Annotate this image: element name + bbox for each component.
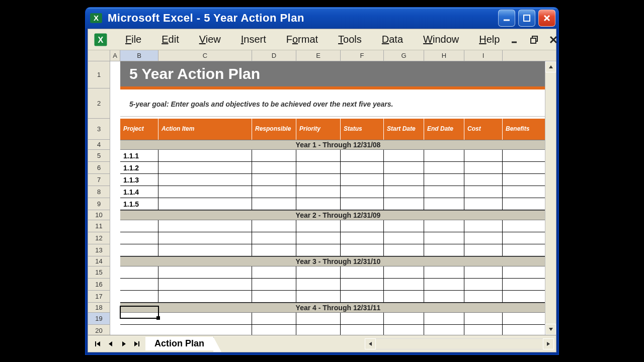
document-icon: X: [93, 32, 108, 47]
tab-nav-prev-button[interactable]: [104, 337, 117, 350]
mdi-close-button[interactable]: [548, 34, 559, 45]
row-header[interactable]: 8: [88, 186, 110, 198]
excel-app-icon: X: [90, 12, 103, 25]
scroll-up-button[interactable]: [545, 61, 556, 72]
svg-marker-21: [369, 342, 372, 346]
scroll-down-button[interactable]: [545, 324, 556, 335]
mdi-restore-button[interactable]: [529, 34, 540, 45]
row-header[interactable]: 12: [88, 232, 110, 244]
row-header[interactable]: 6: [88, 162, 110, 174]
svg-text:X: X: [94, 14, 99, 22]
menu-insert[interactable]: Insert: [231, 32, 276, 47]
hdr-benefits: Benefits: [503, 119, 539, 140]
horizontal-scrollbar[interactable]: [365, 338, 556, 349]
menu-file[interactable]: File: [115, 32, 151, 47]
table-row: 1.1.5: [120, 198, 556, 210]
col-header-E[interactable]: E: [296, 50, 341, 61]
app-window: X Microsoft Excel - 5 Year Action Plan X…: [86, 8, 558, 354]
row-header[interactable]: 13: [88, 244, 110, 256]
table-row: [120, 266, 556, 279]
close-button[interactable]: [538, 10, 555, 27]
select-all-cell[interactable]: [88, 50, 110, 61]
menu-view[interactable]: View: [189, 32, 231, 47]
goal-text: 5-year goal: Enter goals and objectives …: [120, 92, 556, 117]
menu-tools[interactable]: Tools: [328, 32, 372, 47]
table-row: [120, 313, 556, 325]
row-header[interactable]: 9: [88, 198, 110, 210]
hdr-responsible: Responsible: [252, 119, 296, 140]
row-header[interactable]: 11: [88, 220, 110, 232]
svg-marker-14: [549, 328, 553, 331]
row-headers: 1 2 3 4 5 6 7 8 9 10 11 12 13 14 15 16 1: [88, 61, 110, 335]
cells-area[interactable]: 5 Year Action Plan 5-year goal: Enter go…: [110, 61, 556, 335]
minimize-button[interactable]: [498, 10, 515, 27]
col-header-I[interactable]: I: [464, 50, 503, 61]
row-header[interactable]: 5: [88, 150, 110, 162]
scroll-track[interactable]: [376, 338, 543, 349]
sheet-title: 5 Year Action Plan: [120, 61, 556, 86]
menubar: X File Edit View Insert Format Tools Dat…: [88, 29, 556, 50]
col-header-H[interactable]: H: [424, 50, 464, 61]
row-header[interactable]: 7: [88, 174, 110, 186]
tab-nav-next-button[interactable]: [117, 337, 130, 350]
accent-bar: [120, 86, 556, 89]
col-header-D[interactable]: D: [252, 50, 296, 61]
sheet-tab-bar: Action Plan: [88, 335, 556, 352]
row-header[interactable]: 14: [88, 256, 110, 266]
table-row: 1.1.1: [120, 150, 556, 162]
row-header[interactable]: 16: [88, 279, 110, 291]
row-header[interactable]: 18: [88, 303, 110, 313]
col-header-F[interactable]: F: [341, 50, 384, 61]
scroll-right-button[interactable]: [543, 338, 554, 349]
row-header[interactable]: 1: [88, 61, 110, 88]
svg-rect-10: [531, 38, 536, 43]
titlebar: X Microsoft Excel - 5 Year Action Plan: [86, 8, 558, 29]
table-row: [120, 244, 556, 256]
window-title: Microsoft Excel - 5 Year Action Plan: [108, 12, 304, 25]
year-2-header: Year 2 - Through 12/31/09: [120, 210, 556, 220]
table-row: [120, 232, 556, 244]
col-header-C[interactable]: C: [158, 50, 252, 61]
menu-help[interactable]: Help: [469, 32, 510, 47]
col-header-G[interactable]: G: [384, 50, 424, 61]
hdr-end-date: End Date: [424, 119, 464, 140]
svg-text:X: X: [98, 35, 104, 44]
table-row: [120, 291, 556, 303]
svg-marker-22: [547, 342, 550, 346]
hdr-action-item: Action Item: [158, 119, 252, 140]
hdr-priority: Priority: [296, 119, 341, 140]
sheet-tab-active[interactable]: Action Plan: [145, 337, 214, 350]
row-header[interactable]: 20: [88, 325, 110, 335]
row-header[interactable]: 4: [88, 140, 110, 150]
table-row: 1.1.3: [120, 174, 556, 186]
hdr-status: Status: [341, 119, 384, 140]
mdi-minimize-button[interactable]: [510, 34, 521, 45]
row-header[interactable]: 19: [88, 313, 110, 325]
row-header[interactable]: 2: [88, 88, 110, 119]
table-row: 1.1.2: [120, 162, 556, 174]
worksheet-grid[interactable]: A B C D E F G H I 1 2 3 4 5 6 7: [88, 50, 556, 335]
col-header-B[interactable]: B: [120, 50, 158, 61]
tab-nav-last-button[interactable]: [130, 337, 143, 350]
hdr-project: Project: [120, 119, 158, 140]
menu-format[interactable]: Format: [276, 32, 328, 47]
svg-marker-18: [122, 341, 126, 346]
maximize-button[interactable]: [518, 10, 535, 27]
row-header[interactable]: 15: [88, 266, 110, 279]
menu-window[interactable]: Window: [413, 32, 469, 47]
tab-nav-first-button[interactable]: [91, 337, 104, 350]
row-header[interactable]: 10: [88, 210, 110, 220]
scroll-left-button[interactable]: [365, 338, 376, 349]
vertical-scrollbar[interactable]: [545, 61, 556, 335]
year-3-header: Year 3 - Through 12/31/10: [120, 256, 556, 266]
svg-marker-16: [97, 341, 100, 346]
menu-edit[interactable]: Edit: [151, 32, 189, 47]
row-header[interactable]: 17: [88, 291, 110, 303]
workspace: X File Edit View Insert Format Tools Dat…: [88, 29, 556, 352]
menu-data[interactable]: Data: [372, 32, 413, 47]
row-header[interactable]: 3: [88, 119, 110, 140]
year-4-header: Year 4 - Through 12/31/11: [120, 303, 556, 313]
table-row: [120, 325, 556, 335]
col-header-A[interactable]: A: [110, 50, 120, 61]
svg-marker-13: [549, 65, 553, 68]
